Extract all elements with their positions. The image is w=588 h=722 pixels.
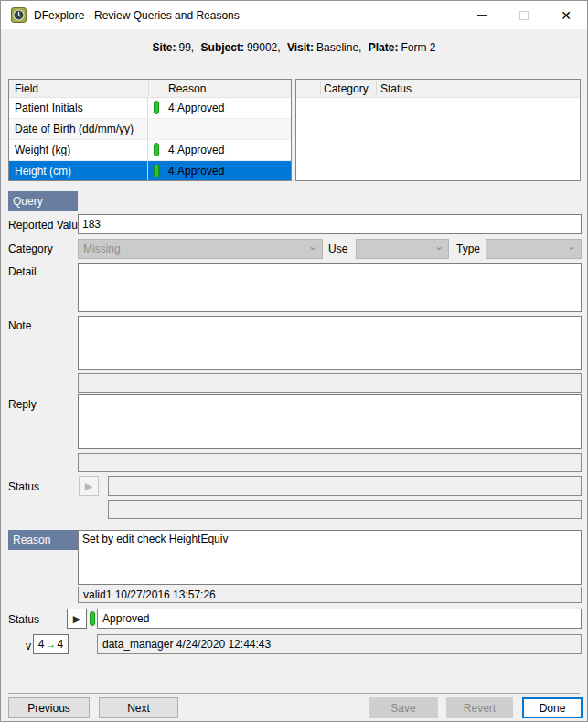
reason-audit-info: valid1 10/27/2016 13:57:26	[78, 587, 582, 603]
query-section-header: Query	[8, 191, 78, 211]
chevron-down-icon: ⌄	[567, 240, 576, 253]
plate-value: Form 2	[401, 41, 435, 54]
reported-value-input[interactable]	[78, 214, 582, 234]
button-separator	[8, 693, 580, 694]
subject-label: Subject:	[201, 41, 244, 54]
approved-indicator-icon	[154, 164, 159, 178]
version-to: 4	[58, 638, 64, 651]
site-label: Site:	[153, 41, 176, 54]
visit-label: Visit:	[287, 41, 314, 54]
field-name: Patient Initials	[9, 98, 148, 118]
detail-textarea[interactable]	[78, 263, 582, 312]
reply-label: Reply	[8, 398, 37, 411]
field-name: Height (cm)	[9, 161, 148, 181]
column-header-field: Field	[15, 82, 38, 95]
next-button[interactable]: Next	[99, 697, 178, 718]
query-status-field	[108, 476, 582, 496]
field-row-patient-initials[interactable]: Patient Initials 4:Approved	[9, 98, 291, 119]
approved-indicator-icon	[154, 143, 159, 156]
close-button[interactable]: ✕	[545, 1, 587, 29]
dfexplore-dialog: DFexplore - Review Queries and Reasons ✕…	[0, 0, 588, 722]
minimize-icon	[477, 15, 487, 16]
titlebar: DFexplore - Review Queries and Reasons ✕	[1, 1, 587, 29]
version-indicator: 4 → 4	[33, 634, 69, 654]
field-reason: 4:Approved	[148, 140, 291, 160]
dfexplore-app-icon	[11, 7, 27, 23]
done-button[interactable]: Done	[522, 697, 583, 718]
category-dropdown-value: Missing	[83, 242, 121, 255]
field-name: Weight (kg)	[9, 140, 148, 160]
field-row-weight[interactable]: Weight (kg) 4:Approved	[9, 140, 291, 161]
reported-value-label: Reported Value	[8, 219, 84, 232]
column-divider	[320, 81, 321, 95]
query-status-play-button: ▶	[79, 476, 99, 496]
reason-section-header: Reason	[8, 530, 78, 550]
note-label: Note	[8, 319, 31, 332]
version-from: 4	[38, 638, 45, 651]
play-icon: ▶	[85, 480, 92, 492]
approved-indicator-icon	[154, 101, 159, 114]
save-button: Save	[369, 697, 438, 718]
field-table-header: Field Reason	[9, 80, 291, 98]
query-table-header: Category Status	[296, 80, 580, 98]
version-label: v	[26, 640, 31, 652]
field-reason: 4:Approved	[148, 98, 291, 118]
chevron-down-icon: ⌄	[308, 240, 317, 253]
query-status-label: Status	[8, 480, 39, 493]
field-row-height[interactable]: Height (cm) 4:Approved	[9, 161, 291, 181]
type-label: Type	[456, 242, 480, 255]
version-arrow-icon: →	[46, 638, 57, 651]
window-title: DFexplore - Review Queries and Reasons	[34, 9, 240, 22]
field-name: Date of Birth (dd/mm/yy)	[9, 119, 148, 139]
revert-button: Revert	[446, 697, 513, 718]
reason-status-label: Status	[8, 613, 39, 626]
minimize-button[interactable]	[461, 1, 503, 29]
field-reason: 4:Approved	[148, 161, 291, 181]
use-dropdown: ⌄	[356, 239, 449, 259]
field-reason	[148, 119, 291, 139]
previous-button[interactable]: Previous	[8, 697, 90, 718]
close-icon: ✕	[561, 8, 572, 23]
field-reason-table: Field Reason Patient Initials 4:Approved…	[8, 79, 292, 181]
category-label: Category	[8, 242, 53, 255]
plate-label: Plate:	[369, 41, 399, 54]
maximize-icon	[519, 11, 529, 20]
column-divider	[148, 81, 149, 95]
site-value: 99,	[179, 41, 195, 54]
category-status-table: Category Status	[295, 79, 581, 181]
play-icon: ▶	[73, 613, 80, 625]
approved-indicator-icon	[90, 611, 95, 626]
column-divider	[376, 81, 377, 95]
reason-status-audit-info: data_manager 4/24/2020 12:44:43	[97, 634, 582, 654]
query-status-audit-info	[108, 500, 582, 519]
reason-textarea[interactable]: Set by edit check HeightEquiv	[78, 530, 582, 585]
note-audit-info	[78, 373, 582, 393]
column-header-reason: Reason	[168, 82, 206, 95]
type-dropdown: ⌄	[486, 239, 582, 259]
reason-status-play-button[interactable]: ▶	[67, 609, 87, 629]
field-row-date-of-birth[interactable]: Date of Birth (dd/mm/yy)	[9, 119, 291, 140]
detail-label: Detail	[8, 265, 37, 278]
visit-value: Baseline,	[316, 41, 361, 54]
chevron-down-icon: ⌄	[434, 240, 444, 253]
subject-value: 99002,	[247, 41, 281, 54]
category-dropdown: Missing ⌄	[78, 239, 323, 259]
maximize-button	[503, 1, 545, 29]
reason-status-field[interactable]: Approved	[97, 609, 582, 629]
reply-textarea[interactable]	[78, 394, 582, 449]
reply-audit-info	[78, 453, 582, 472]
use-label: Use	[328, 242, 347, 255]
context-header: Site:99, Subject:99002, Visit:Baseline, …	[1, 41, 587, 54]
column-header-status: Status	[380, 82, 412, 95]
note-textarea[interactable]	[78, 316, 582, 370]
column-header-category: Category	[324, 82, 369, 95]
